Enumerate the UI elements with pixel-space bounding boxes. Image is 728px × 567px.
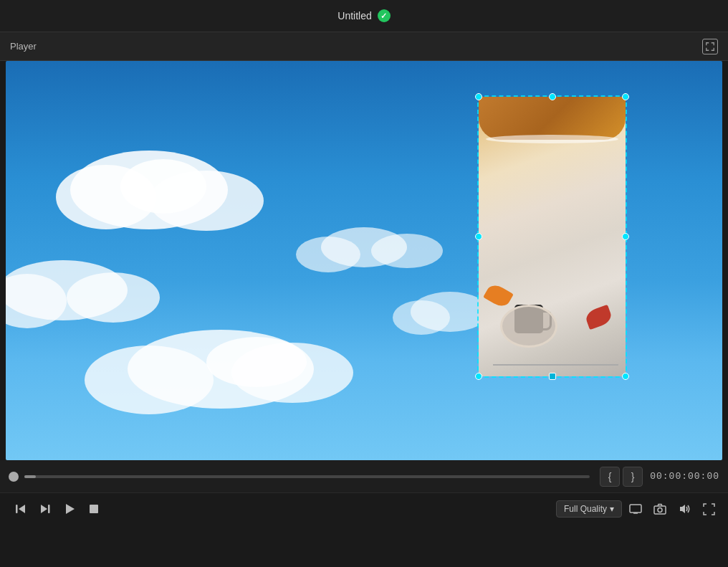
quality-selector[interactable]: Full Quality ▾: [556, 500, 622, 518]
camera-button[interactable]: [649, 498, 671, 520]
svg-point-26: [658, 508, 662, 513]
pip-plate: [500, 305, 557, 348]
volume-button[interactable]: [674, 498, 695, 520]
svg-point-13: [371, 234, 443, 268]
svg-marker-27: [680, 505, 685, 513]
svg-point-10: [206, 337, 307, 387]
saved-icon: [378, 9, 391, 22]
pip-overlay[interactable]: [479, 97, 626, 376]
timecode-display: 00:00:00:00: [650, 471, 719, 482]
svg-rect-16: [16, 505, 18, 513]
transport-right-controls: Full Quality ▾: [556, 498, 719, 520]
skip-back-button[interactable]: [9, 497, 33, 521]
fullscreen-button[interactable]: [698, 498, 719, 520]
svg-point-12: [296, 237, 360, 272]
quality-chevron-icon: ▾: [610, 504, 614, 514]
svg-rect-22: [630, 505, 641, 513]
handle-top-right[interactable]: [622, 93, 629, 100]
player-header: Player: [0, 32, 728, 61]
controls-bar: { } 00:00:00:00: [0, 460, 728, 492]
svg-marker-20: [66, 504, 75, 514]
title-bar: Untitled: [0, 0, 728, 32]
svg-point-8: [85, 346, 214, 414]
transport-bar: Full Quality ▾: [0, 492, 728, 525]
handle-top-center[interactable]: [549, 93, 556, 100]
pip-image: [479, 97, 626, 376]
svg-point-3: [120, 159, 206, 214]
pip-leaf-orange: [483, 282, 514, 310]
handle-left-mid[interactable]: [475, 233, 482, 240]
pip-leaf-red: [584, 305, 613, 330]
svg-point-6: [67, 272, 160, 323]
expand-button[interactable]: [702, 39, 718, 54]
playhead-dot[interactable]: [9, 472, 19, 482]
svg-rect-25: [654, 506, 666, 514]
project-title[interactable]: Untitled: [337, 10, 371, 22]
svg-point-15: [393, 300, 450, 335]
play-button[interactable]: [57, 497, 82, 521]
playhead-area: [9, 472, 590, 482]
pip-glasses: [493, 353, 618, 366]
display-button[interactable]: [625, 498, 646, 520]
keyframe-open-button[interactable]: {: [600, 467, 620, 487]
step-forward-button[interactable]: [33, 497, 57, 521]
svg-marker-18: [41, 505, 47, 513]
handle-right-mid[interactable]: [622, 233, 629, 240]
quality-label: Full Quality: [564, 504, 607, 514]
handle-top-left[interactable]: [475, 93, 482, 100]
pip-pillow: [479, 97, 626, 140]
video-canvas: [6, 61, 722, 460]
svg-rect-21: [90, 505, 98, 513]
player-label: Player: [10, 41, 37, 52]
progress-fill: [24, 475, 36, 478]
progress-track[interactable]: [24, 475, 590, 478]
handle-bottom-left[interactable]: [475, 373, 482, 380]
svg-marker-17: [19, 505, 25, 513]
handle-bottom-center[interactable]: [549, 373, 556, 380]
stop-button[interactable]: [82, 497, 106, 521]
keyframe-close-button[interactable]: }: [623, 467, 643, 487]
svg-rect-19: [48, 505, 50, 513]
handle-bottom-right[interactable]: [622, 373, 629, 380]
